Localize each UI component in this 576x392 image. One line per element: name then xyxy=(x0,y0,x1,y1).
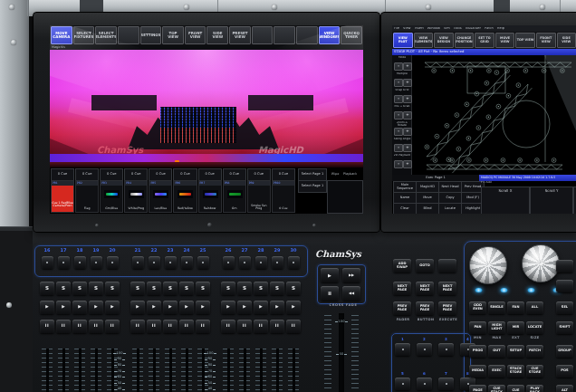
plot-toolbar-button-3[interactable]: CHANGE POSITION xyxy=(455,33,475,48)
playback-tile-9[interactable]: PB9Smoke Fan Prog xyxy=(247,180,271,213)
playback-go-button-22[interactable]: ▶ xyxy=(147,301,161,314)
playback-go-button-16[interactable]: ▶ xyxy=(40,301,54,314)
go-button[interactable]: ▶ xyxy=(321,268,339,282)
plot-sidebar-plus-button[interactable]: + xyxy=(403,62,412,71)
select-page-cell[interactable]: Select Page 1 xyxy=(298,168,327,181)
visualiser-toolbar-button-8[interactable]: PRESET VIEW xyxy=(229,26,251,44)
playback-select-button-17[interactable] xyxy=(58,256,70,269)
plot-sidebar-minus-button[interactable]: - xyxy=(394,79,403,87)
playback-select-button-29[interactable] xyxy=(272,256,283,269)
key-group[interactable]: GROUP xyxy=(556,345,573,358)
menu-item-tools[interactable]: Tools xyxy=(454,27,462,31)
page-button-prev-page-2[interactable]: PREV PAGE xyxy=(438,301,456,315)
playback-go-button-20[interactable]: ▶ xyxy=(105,301,120,314)
key-blank-1[interactable] xyxy=(556,280,573,292)
plot-sidebar-minus-button[interactable]: - xyxy=(394,128,403,136)
playback-select-button-21[interactable] xyxy=(132,256,144,269)
encoder-x-knob[interactable] xyxy=(469,246,507,284)
playback-go-button-24[interactable]: ▶ xyxy=(179,301,194,314)
page-button-blank-2[interactable] xyxy=(438,259,456,272)
key-setup[interactable]: SETUP xyxy=(507,345,524,358)
playback-select-button-30[interactable] xyxy=(288,256,300,269)
key-fan[interactable]: FAN xyxy=(507,301,524,314)
key-sel[interactable]: SEL xyxy=(556,301,573,314)
pause-button[interactable]: II xyxy=(321,286,339,301)
playback-go-button-21[interactable]: ▶ xyxy=(130,301,145,314)
playback-s-button-30[interactable]: S xyxy=(286,282,301,295)
visualiser-toolbar-button-7[interactable]: SIDE VIEW xyxy=(206,26,228,44)
playback-tile-10[interactable]: PB100 Cue xyxy=(272,180,295,213)
playback-fader-26[interactable] xyxy=(223,349,234,392)
playback-go-button-26[interactable]: ▶ xyxy=(221,301,235,314)
playback-header-8[interactable]: 0 Cue xyxy=(223,168,246,181)
plot-sidebar-plus-button[interactable]: + xyxy=(403,128,412,136)
playback-pause-button-19[interactable]: II xyxy=(89,320,103,333)
visualiser-3d-view[interactable]: ChamSys MagicHD xyxy=(50,50,363,167)
playback-header-10[interactable]: 0 Cue xyxy=(272,168,295,181)
playback-s-button-20[interactable]: S xyxy=(105,282,120,295)
playback-select-button-16[interactable] xyxy=(42,256,53,269)
playback-tile-1[interactable]: PB1Cue 1 RedBlue Camera/Posn xyxy=(51,180,74,213)
playback-fader-17[interactable] xyxy=(58,349,69,392)
key-odd-even[interactable]: ODD EVEN xyxy=(469,301,486,314)
key-mir[interactable]: MIR xyxy=(507,321,524,334)
plot-sidebar-plus-button[interactable]: + xyxy=(403,95,412,103)
playback-header-7[interactable]: 0 Cue xyxy=(198,168,222,181)
scroll-y-pad[interactable]: Scroll Y xyxy=(530,186,573,214)
playback-pause-button-17[interactable]: II xyxy=(56,320,71,333)
encoder-y-knob[interactable] xyxy=(522,244,560,282)
playback-pause-button-28[interactable]: II xyxy=(254,320,268,333)
playback-tile-3[interactable]: PB3Grn/Blue xyxy=(100,180,123,213)
fast-forward-button[interactable]: ▶▶ xyxy=(342,268,360,282)
key-blank-0[interactable] xyxy=(556,260,573,272)
menu-item-visualiser[interactable]: Visualiser xyxy=(466,27,481,31)
page-button-next-page-0[interactable]: NEXT PAGE xyxy=(393,282,411,295)
playback-fader-23[interactable] xyxy=(165,349,176,392)
key-pos[interactable]: POS xyxy=(556,365,573,378)
playback-pause-button-22[interactable]: II xyxy=(147,320,161,333)
playback-pause-button-25[interactable]: II xyxy=(196,320,210,333)
playback-pause-button-30[interactable]: II xyxy=(286,320,301,333)
playback-header-9[interactable]: 0 Cue xyxy=(247,168,271,181)
playback-pause-button-18[interactable]: II xyxy=(72,320,87,333)
playback-select-button-18[interactable] xyxy=(74,256,86,269)
plot-sidebar-minus-button[interactable]: - xyxy=(394,160,403,168)
wipe-label[interactable]: Wipe xyxy=(329,168,341,179)
playback-s-button-24[interactable]: S xyxy=(179,282,194,295)
page-button-prev-page-0[interactable]: PREV PAGE xyxy=(393,301,411,315)
playback-select-button-27[interactable] xyxy=(239,256,251,269)
playback-go-button-27[interactable]: ▶ xyxy=(237,301,252,314)
playback-s-button-29[interactable]: S xyxy=(270,282,284,295)
key-all[interactable]: ALL xyxy=(526,301,543,314)
execute-button-1[interactable] xyxy=(395,343,410,356)
playback-s-button-26[interactable]: S xyxy=(221,282,235,295)
menu-item-window[interactable]: Window xyxy=(427,27,440,31)
playback-pause-button-29[interactable]: II xyxy=(270,320,284,333)
playback-go-button-30[interactable]: ▶ xyxy=(286,301,301,314)
key-media[interactable]: MEDIA xyxy=(469,365,486,378)
playback-go-button-23[interactable]: ▶ xyxy=(163,301,178,314)
plot-sidebar-plus-button[interactable]: + xyxy=(403,111,412,120)
playback-select-button-19[interactable] xyxy=(91,256,102,269)
execute-button-2[interactable] xyxy=(417,343,432,356)
key-alt[interactable]: ALT xyxy=(556,385,573,392)
playback-go-button-17[interactable]: ▶ xyxy=(56,301,71,314)
stage-plot-canvas[interactable] xyxy=(412,55,576,175)
playback-header-6[interactable]: 0 Cue xyxy=(173,168,197,181)
plot-sidebar-minus-button[interactable]: - xyxy=(394,144,403,152)
visualiser-toolbar-button-10[interactable] xyxy=(274,26,295,44)
playback-tile-2[interactable]: PB2Flag xyxy=(75,180,99,213)
key-page[interactable]: PAGE xyxy=(469,385,486,392)
playback-s-button-23[interactable]: S xyxy=(163,282,178,295)
softkey-blind[interactable]: Blind xyxy=(416,203,439,214)
playback-go-button-29[interactable]: ▶ xyxy=(270,301,284,314)
key-cue-store[interactable]: CUE STORE xyxy=(526,365,543,378)
softkey-clear[interactable]: Clear xyxy=(393,203,417,214)
playback-s-button-18[interactable]: S xyxy=(72,282,87,295)
plot-toolbar-button-4[interactable]: SET TO GRID xyxy=(475,33,494,48)
playback-window[interactable] xyxy=(327,180,363,214)
plot-sidebar-plus-button[interactable]: + xyxy=(403,160,412,168)
key-stack-store[interactable]: STACK STORE xyxy=(507,365,524,378)
page-button-next-page-1[interactable]: NEXT PAGE xyxy=(416,282,434,295)
key-patch[interactable]: PATCH xyxy=(526,345,543,358)
